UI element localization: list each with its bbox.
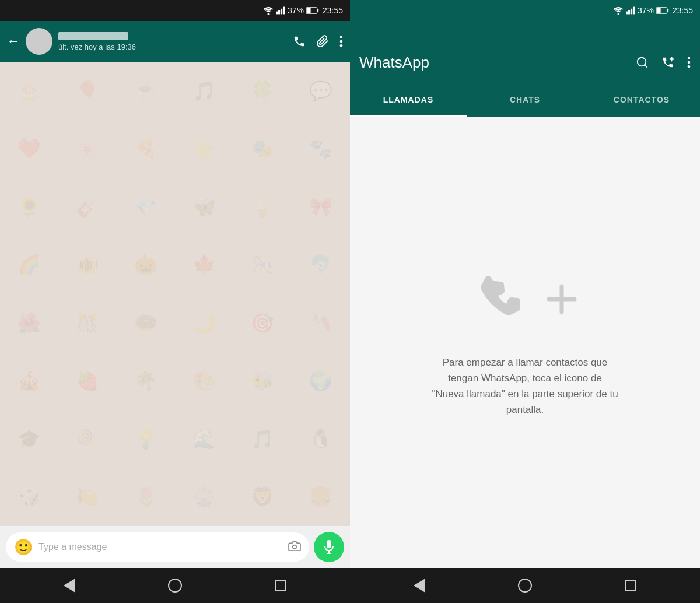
- svg-point-28: [688, 61, 691, 64]
- svg-rect-12: [327, 540, 331, 548]
- svg-rect-7: [307, 8, 311, 13]
- svg-rect-4: [283, 7, 285, 15]
- time-right: 23:55: [673, 6, 693, 15]
- svg-point-0: [267, 13, 269, 15]
- battery-icon-right: [656, 7, 669, 14]
- contact-avatar: [26, 28, 52, 55]
- svg-rect-6: [317, 9, 319, 12]
- nav-bar-right: [350, 568, 700, 603]
- chat-header: ← últ. vez hoy a las 19:36: [0, 21, 350, 62]
- mic-icon: [324, 540, 334, 554]
- recent-nav-left[interactable]: [275, 580, 286, 591]
- attach-icon[interactable]: [316, 35, 329, 48]
- camera-svg: [288, 541, 301, 551]
- input-box[interactable]: 🙂 Type a message: [6, 532, 309, 562]
- plus-large-icon: [544, 282, 579, 317]
- svg-rect-21: [667, 9, 669, 12]
- more-icon[interactable]: [340, 35, 343, 48]
- battery-left: 37%: [288, 6, 304, 15]
- status-bar-right: 37% 23:55: [350, 0, 700, 21]
- message-placeholder[interactable]: Type a message: [38, 542, 282, 552]
- app-title: WhatsApp: [359, 54, 636, 72]
- tab-contactos[interactable]: CONTACTOS: [583, 83, 700, 117]
- mic-button[interactable]: [314, 532, 344, 562]
- svg-point-9: [340, 40, 343, 43]
- chat-header-icons: [293, 35, 343, 48]
- svg-point-10: [340, 44, 343, 47]
- signal-icon-right: [626, 6, 635, 15]
- chat-body: 🎂 🎈 ☕ 🎵 🍀 💬 ❤️ 🌸 🍕 🌟 🎭 🐾 🌻 🎸 💎 🦋 🍦 🎀 🌈 🐠…: [0, 62, 350, 526]
- recent-nav-right[interactable]: [625, 580, 636, 591]
- back-nav-right[interactable]: [414, 579, 425, 593]
- svg-rect-17: [628, 10, 630, 14]
- add-call-icon[interactable]: [662, 56, 674, 69]
- status-icons-left: 37%: [263, 6, 319, 15]
- back-button[interactable]: ←: [7, 34, 20, 49]
- left-panel: 37% 23:55 ← últ. vez hoy a las 19:36: [0, 0, 350, 603]
- home-nav-left[interactable]: [168, 579, 182, 593]
- tab-chats[interactable]: CHATS: [467, 83, 583, 117]
- wifi-icon-left: [263, 6, 274, 15]
- contact-info: últ. vez hoy a las 19:36: [58, 32, 287, 51]
- battery-right: 37%: [638, 6, 654, 15]
- calls-icon-wrapper: [471, 267, 579, 331]
- right-panel: 37% 23:55 WhatsApp: [350, 0, 700, 603]
- svg-rect-22: [657, 8, 661, 13]
- svg-point-29: [688, 65, 691, 68]
- svg-point-8: [340, 36, 343, 38]
- call-icon[interactable]: [293, 35, 306, 48]
- chat-background-pattern: 🎂 🎈 ☕ 🎵 🍀 💬 ❤️ 🌸 🍕 🌟 🎭 🐾 🌻 🎸 💎 🦋 🍦 🎀 🌈 🐠…: [0, 62, 350, 526]
- svg-rect-2: [278, 10, 280, 14]
- whatsapp-header: WhatsApp: [350, 21, 700, 83]
- tabs-bar: LLAMADAS CHATS CONTACTOS: [350, 83, 700, 117]
- phone-large-icon: [471, 267, 535, 331]
- status-bar-left: 37% 23:55: [0, 0, 350, 21]
- status-icons-right: 37%: [613, 6, 669, 15]
- svg-rect-18: [631, 9, 632, 15]
- more-icon-right[interactable]: [687, 56, 691, 69]
- calls-description: Para empezar a llamar contactos que teng…: [432, 355, 618, 418]
- signal-icon-left: [276, 6, 285, 15]
- contact-name-bar: [58, 32, 128, 40]
- emoji-icon[interactable]: 🙂: [14, 538, 33, 556]
- back-nav-left[interactable]: [64, 579, 75, 593]
- time-left: 23:55: [323, 6, 343, 15]
- wa-header-icons: [636, 56, 691, 69]
- nav-bar-left: [0, 568, 350, 603]
- svg-rect-19: [633, 7, 635, 15]
- svg-rect-16: [626, 12, 628, 15]
- calls-content: Para empezar a llamar contactos que teng…: [350, 117, 700, 568]
- wifi-icon-right: [613, 6, 624, 15]
- svg-point-11: [293, 545, 296, 549]
- message-input-bar: 🙂 Type a message: [0, 526, 350, 568]
- svg-rect-3: [281, 9, 282, 15]
- contact-last-seen: últ. vez hoy a las 19:36: [58, 43, 287, 51]
- battery-icon-left: [306, 7, 319, 14]
- svg-point-27: [688, 57, 691, 59]
- svg-rect-1: [276, 12, 278, 15]
- home-nav-right[interactable]: [518, 579, 532, 593]
- svg-point-15: [617, 13, 619, 15]
- tab-llamadas[interactable]: LLAMADAS: [350, 83, 467, 117]
- camera-icon[interactable]: [288, 539, 301, 555]
- svg-line-24: [645, 65, 647, 67]
- search-icon[interactable]: [636, 56, 649, 69]
